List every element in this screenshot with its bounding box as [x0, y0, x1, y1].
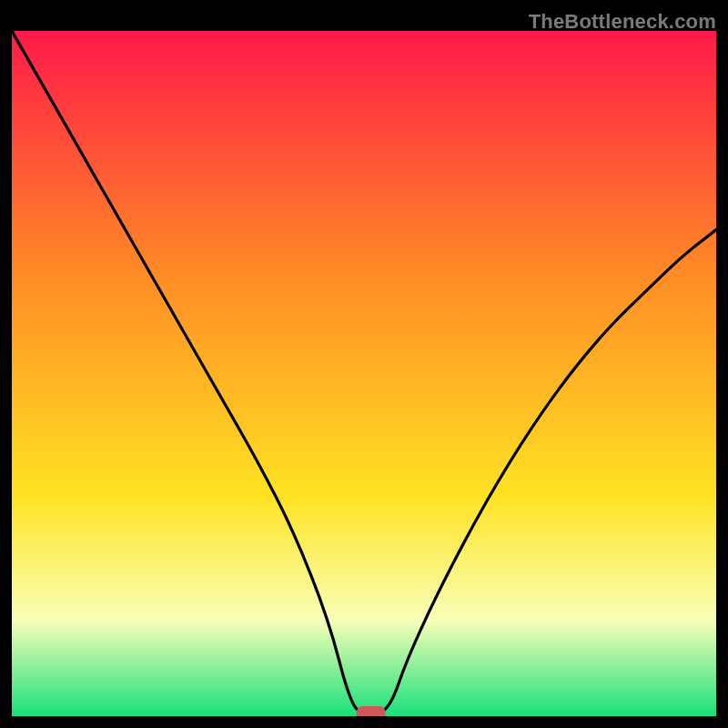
- chart-frame: TheBottleneck.com: [12, 12, 716, 716]
- bottleneck-chart: [12, 31, 716, 716]
- plot-area: [12, 31, 716, 716]
- optimum-marker: [357, 706, 386, 716]
- gradient-background: [12, 31, 716, 716]
